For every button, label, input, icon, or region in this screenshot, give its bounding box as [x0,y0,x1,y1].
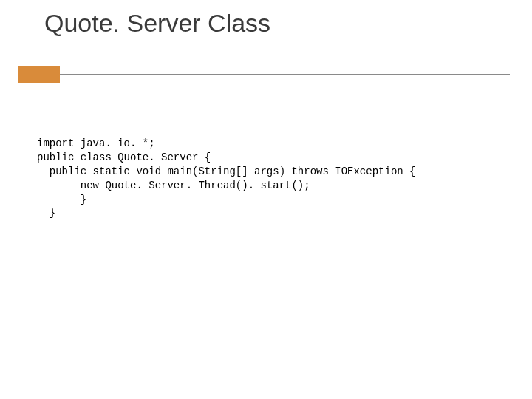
code-block: import java. io. *; public class Quote. … [37,137,502,220]
rule-accent-block [18,66,60,83]
title-rule [0,66,532,72]
rule-line [60,74,510,75]
code-line: public class Quote. Server { [37,151,211,163]
code-line: } [37,194,86,205]
code-line: } [37,207,55,219]
code-line: public static void main(String[] args) t… [37,166,415,177]
page-title: Quote. Server Class [44,9,270,38]
code-line: new Quote. Server. Thread(). start(); [37,180,310,191]
code-line: import java. io. *; [37,137,155,149]
slide: Quote. Server Class import java. io. *; … [0,0,532,399]
